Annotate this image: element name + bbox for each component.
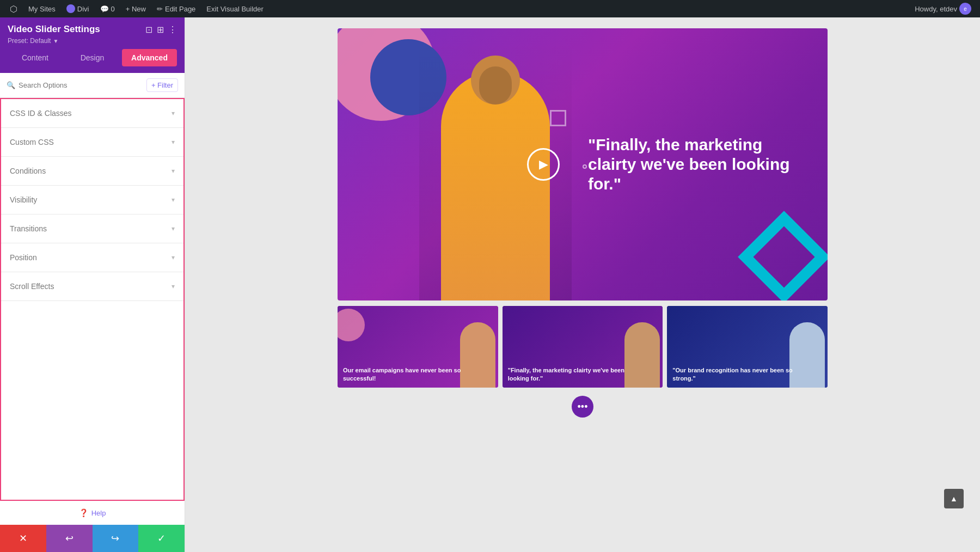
- more-options-icon: •••: [578, 401, 588, 413]
- sidebar-title-row: Video Slider Settings ⊡ ⊞ ⋮: [8, 24, 177, 35]
- save-button[interactable]: ✓: [138, 525, 185, 552]
- redo-button[interactable]: ↪: [93, 525, 139, 552]
- main-slide: ▶ "Finally, the marketing clairty we've …: [338, 28, 828, 300]
- accordion-label-transitions: Transitions: [10, 224, 47, 233]
- save-icon: ✓: [157, 532, 166, 544]
- comments-count: 0: [111, 5, 115, 13]
- filter-label: + Filter: [151, 81, 173, 89]
- thumb3-text: "Our brand recognition has never been so…: [672, 366, 795, 382]
- sidebar-header: Video Slider Settings ⊡ ⊞ ⋮ Preset: Defa…: [0, 17, 185, 49]
- scroll-to-top-button[interactable]: ▲: [944, 489, 964, 508]
- thumb1-text: Our email campaigns have never been so s…: [343, 366, 465, 382]
- play-button[interactable]: ▶: [527, 148, 560, 181]
- slider-container: ▶ "Finally, the marketing clairty we've …: [338, 28, 828, 418]
- chevron-down-icon-3: ▾: [171, 167, 175, 175]
- sidebar-tabs: Content Design Advanced: [0, 49, 185, 73]
- chevron-down-icon-7: ▾: [171, 283, 175, 290]
- divi-menu[interactable]: Divi: [61, 0, 95, 17]
- edit-page-label: Edit Page: [165, 5, 195, 13]
- main-content: ▶ "Finally, the marketing clairty we've …: [185, 17, 980, 552]
- search-icon: 🔍: [7, 81, 15, 89]
- close-button[interactable]: ✕: [0, 525, 46, 552]
- chevron-up-icon: ▲: [950, 494, 958, 503]
- accordion-header-css-id-classes[interactable]: CSS ID & Classes ▾: [1, 99, 183, 127]
- howdy-text: Howdy, etdev: [915, 5, 957, 13]
- tab-design[interactable]: Design: [65, 49, 120, 66]
- more-options-button[interactable]: •••: [572, 396, 593, 418]
- thumbnail-3[interactable]: "Our brand recognition has never been so…: [667, 306, 828, 388]
- help-label: Help: [91, 509, 106, 517]
- help-link[interactable]: ❓ Help: [0, 501, 185, 525]
- chevron-down-icon: ▾: [171, 109, 175, 117]
- columns-icon[interactable]: ⊞: [157, 24, 164, 35]
- tab-content[interactable]: Content: [8, 49, 63, 66]
- accordion-label-conditions: Conditions: [10, 167, 46, 175]
- decorative-dot: [583, 164, 587, 169]
- preset-label: Preset: Default: [8, 37, 51, 45]
- chevron-down-icon-6: ▾: [171, 254, 175, 261]
- undo-icon: ↩: [65, 532, 74, 544]
- sidebar-search-bar: 🔍 + Filter: [0, 73, 185, 98]
- more-icon[interactable]: ⋮: [168, 24, 177, 35]
- wp-logo-item[interactable]: ⬡: [4, 0, 23, 17]
- accordion-header-transitions[interactable]: Transitions ▾: [1, 214, 183, 243]
- accordion-label-position: Position: [10, 253, 37, 262]
- divi-icon: [66, 4, 75, 13]
- help-icon: ❓: [79, 508, 88, 517]
- redo-icon: ↪: [111, 532, 119, 544]
- edit-page-menu[interactable]: ✏ Edit Page: [151, 0, 201, 17]
- exit-builder-label: Exit Visual Builder: [206, 5, 264, 13]
- search-input[interactable]: [19, 81, 146, 89]
- thumb2-text: "Finally, the marketing clairty we've be…: [508, 366, 630, 382]
- new-label: + New: [126, 5, 146, 13]
- accordion-header-custom-css[interactable]: Custom CSS ▾: [1, 128, 183, 156]
- sidebar-bottom-bar: ✕ ↩ ↪ ✓: [0, 525, 185, 552]
- accordion-label-css-id-classes: CSS ID & Classes: [10, 109, 72, 118]
- my-sites-menu[interactable]: My Sites: [23, 0, 61, 17]
- accordion-scroll-effects: Scroll Effects ▾: [1, 272, 183, 301]
- edit-page-icon: ✏: [157, 5, 163, 13]
- accordion-header-position[interactable]: Position ▾: [1, 243, 183, 272]
- accordion-header-visibility[interactable]: Visibility ▾: [1, 186, 183, 214]
- play-icon: ▶: [539, 157, 548, 171]
- sidebar-accordion: CSS ID & Classes ▾ Custom CSS ▾ Conditio…: [0, 98, 185, 501]
- tab-advanced[interactable]: Advanced: [122, 49, 177, 66]
- close-icon: ✕: [19, 532, 27, 544]
- thumbnails-row: Our email campaigns have never been so s…: [338, 306, 828, 388]
- comments-menu[interactable]: 💬 0: [95, 0, 120, 17]
- accordion-transitions: Transitions ▾: [1, 214, 183, 243]
- thumbnail-2[interactable]: "Finally, the marketing clairty we've be…: [503, 306, 663, 388]
- preset-selector[interactable]: Preset: Default ▼: [8, 37, 177, 45]
- sidebar-header-icons: ⊡ ⊞ ⋮: [145, 24, 177, 35]
- new-menu[interactable]: + New: [120, 0, 151, 17]
- decorative-diamond: [738, 211, 828, 300]
- filter-button[interactable]: + Filter: [146, 78, 178, 92]
- sidebar: Video Slider Settings ⊡ ⊞ ⋮ Preset: Defa…: [0, 17, 185, 552]
- preset-arrow-icon: ▼: [53, 38, 58, 44]
- accordion-custom-css: Custom CSS ▾: [1, 128, 183, 157]
- main-layout: Video Slider Settings ⊡ ⊞ ⋮ Preset: Defa…: [0, 17, 980, 552]
- chevron-down-icon-2: ▾: [171, 138, 175, 146]
- accordion-css-id-classes: CSS ID & Classes ▾: [1, 99, 183, 128]
- sidebar-title: Video Slider Settings: [8, 24, 100, 35]
- accordion-conditions: Conditions ▾: [1, 157, 183, 186]
- person-hair: [479, 66, 512, 105]
- divi-label: Divi: [77, 5, 89, 13]
- responsive-icon[interactable]: ⊡: [145, 24, 152, 35]
- undo-button[interactable]: ↩: [46, 525, 93, 552]
- comments-icon: 💬: [100, 5, 109, 13]
- exit-builder-menu[interactable]: Exit Visual Builder: [201, 0, 269, 17]
- user-avatar[interactable]: e: [959, 3, 971, 15]
- accordion-header-conditions[interactable]: Conditions ▾: [1, 157, 183, 185]
- accordion-visibility: Visibility ▾: [1, 186, 183, 214]
- thumbnail-1[interactable]: Our email campaigns have never been so s…: [338, 306, 498, 388]
- person-body: [441, 72, 550, 300]
- accordion-header-scroll-effects[interactable]: Scroll Effects ▾: [1, 272, 183, 300]
- my-sites-label: My Sites: [28, 5, 56, 13]
- wp-admin-bar: ⬡ My Sites Divi 💬 0 + New ✏ Edit Page Ex…: [0, 0, 980, 17]
- wp-logo-icon: ⬡: [10, 4, 17, 14]
- accordion-label-scroll-effects: Scroll Effects: [10, 282, 54, 291]
- slide-quote: "Finally, the marketing clairty we've be…: [588, 135, 795, 194]
- search-input-wrap: 🔍: [7, 81, 146, 89]
- accordion-position: Position ▾: [1, 243, 183, 272]
